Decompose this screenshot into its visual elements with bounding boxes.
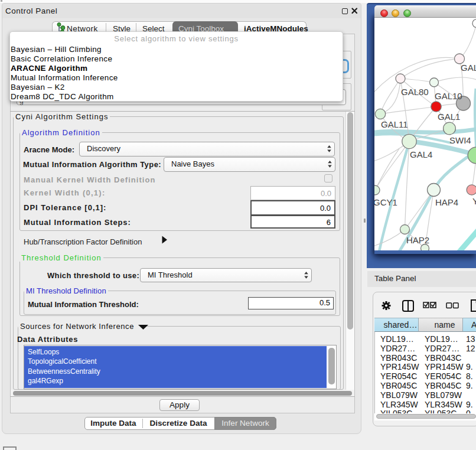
svg-text:HAP4: HAP4 bbox=[435, 197, 458, 207]
svg-text:GAL11: GAL11 bbox=[381, 119, 408, 129]
svg-text:GCY1: GCY1 bbox=[374, 197, 397, 207]
svg-text:GAL1: GAL1 bbox=[438, 112, 460, 122]
svg-text:GAL10: GAL10 bbox=[435, 91, 462, 101]
svg-text:Y: Y bbox=[472, 196, 476, 206]
svg-text:GAL4: GAL4 bbox=[410, 149, 432, 159]
svg-text:SWI4: SWI4 bbox=[449, 135, 471, 145]
svg-text:GAL: GAL bbox=[461, 63, 476, 73]
svg-text:GAL80: GAL80 bbox=[401, 87, 429, 97]
svg-text:HAP2: HAP2 bbox=[406, 235, 429, 245]
